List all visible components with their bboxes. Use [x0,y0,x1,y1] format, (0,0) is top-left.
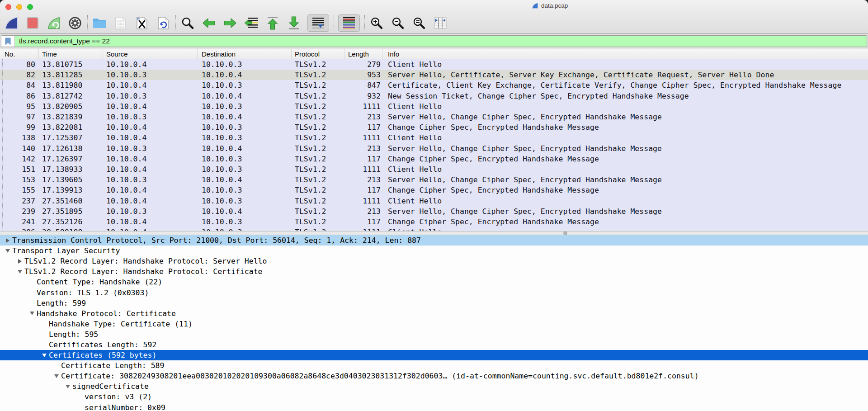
packet-row[interactable]: 80 13.810715 10.10.0.4 10.10.0.3 TLSv1.2… [0,59,868,70]
detail-row[interactable]: Certificate: 30820249308201eea0030201020… [0,371,868,381]
packet-protocol: TLSv1.2 [292,60,344,69]
column-header[interactable]: Length [344,49,382,59]
save-file-button[interactable]: 010100110101110 [113,14,128,32]
packet-time: 17.126138 [39,144,103,153]
packet-no: 140 [0,144,39,153]
detail-row[interactable]: Length: 599 [0,298,868,308]
restart-capture-button[interactable] [46,14,61,32]
expander-arrow-icon[interactable] [3,249,12,253]
close-window-button[interactable] [5,4,11,10]
start-capture-button[interactable] [4,14,19,32]
packet-row[interactable]: 286 28.588188 10.10.0.4 10.10.0.3 TLSv1.… [0,227,868,231]
packet-protocol: TLSv1.2 [292,165,344,174]
expander-arrow-icon[interactable] [3,238,12,243]
column-header[interactable]: Protocol [292,49,344,59]
column-header[interactable]: No. [0,49,39,59]
column-header[interactable]: Info [382,49,868,59]
packet-protocol: TLSv1.2 [292,102,344,111]
auto-scroll-toggle[interactable] [307,14,329,32]
packet-row[interactable]: 239 27.351895 10.10.0.3 10.10.0.4 TLSv1.… [0,206,868,217]
detail-row[interactable]: Handshake Protocol: Certificate [0,308,868,319]
packet-row[interactable]: 151 17.138933 10.10.0.4 10.10.0.3 TLSv1.… [0,164,868,175]
detail-row[interactable]: Transport Layer Security [0,246,868,256]
expander-arrow-icon[interactable] [15,270,24,274]
packet-row[interactable]: 140 17.126138 10.10.0.3 10.10.0.4 TLSv1.… [0,143,868,154]
packet-row[interactable]: 86 13.812742 10.10.0.3 10.10.0.4 TLSv1.2… [0,91,868,101]
detail-row-text: Transport Layer Security [12,246,120,255]
zoom-reset-button[interactable] [411,14,427,32]
packet-row[interactable]: 153 17.139605 10.10.0.3 10.10.0.4 TLSv1.… [0,175,868,185]
detail-row[interactable]: Transmission Control Protocol, Src Port:… [0,235,868,246]
packet-length: 1111 [344,228,382,231]
packet-length: 279 [344,60,382,69]
packet-length: 1111 [344,165,382,174]
detail-row[interactable]: Version: TLS 1.2 (0x0303) [0,287,868,298]
packet-row[interactable]: 82 13.811285 10.10.0.3 10.10.0.4 TLSv1.2… [0,70,868,80]
packet-time: 17.139605 [39,175,103,184]
packet-destination: 10.10.0.4 [198,113,292,121]
go-to-packet-button[interactable] [244,14,259,32]
packet-length: 932 [344,92,382,100]
detail-row[interactable]: serialNumber: 0x09 [0,402,868,411]
packet-row[interactable]: 237 27.351460 10.10.0.4 10.10.0.3 TLSv1.… [0,195,868,206]
packet-source: 10.10.0.3 [103,144,198,153]
pane-splitter[interactable] [0,231,868,235]
packet-length: 847 [344,81,382,90]
filter-bookmark-button[interactable] [1,36,15,47]
go-forward-button[interactable] [222,14,238,32]
detail-row[interactable]: Content Type: Handshake (22) [0,277,868,287]
expander-arrow-icon[interactable] [52,374,61,378]
zoom-out-button[interactable] [390,14,406,32]
packet-row[interactable]: 241 27.352126 10.10.0.4 10.10.0.3 TLSv1.… [0,217,868,227]
zoom-in-button[interactable] [369,14,384,32]
detail-row[interactable]: signedCertificate [0,381,868,392]
detail-row[interactable]: Handshake Type: Certificate (11) [0,319,868,329]
expander-arrow-icon[interactable] [39,354,49,357]
detail-row[interactable]: Certificates (592 bytes) [0,350,868,360]
zoom-reset-icon [413,17,425,29]
packet-source: 10.10.0.4 [103,133,198,142]
packet-info: Server Hello, Change Cipher Spec, Encryp… [382,144,868,153]
stop-capture-icon [26,17,39,29]
stop-capture-button[interactable] [25,14,40,32]
detail-row[interactable]: TLSv1.2 Record Layer: Handshake Protocol… [0,266,868,277]
packet-info: Change Cipher Spec, Encrypted Handshake … [382,217,868,226]
maximize-window-button[interactable] [27,4,33,10]
capture-options-button[interactable] [67,14,83,32]
detail-row[interactable]: TLSv1.2 Record Layer: Handshake Protocol… [0,256,868,266]
detail-row[interactable]: Length: 595 [0,329,868,340]
packet-no: 82 [0,71,39,79]
packet-no: 138 [0,133,39,142]
packet-row[interactable]: 97 13.821839 10.10.0.3 10.10.0.4 TLSv1.2… [0,112,868,122]
go-back-button[interactable] [201,14,217,32]
packet-row[interactable]: 142 17.126397 10.10.0.4 10.10.0.3 TLSv1.… [0,154,868,164]
minimize-window-button[interactable] [16,4,22,10]
expander-arrow-icon[interactable] [15,259,24,264]
close-file-button[interactable] [134,14,150,32]
expander-arrow-icon[interactable] [27,312,37,315]
expander-arrow-icon[interactable] [63,385,72,388]
packet-row[interactable]: 84 13.811980 10.10.0.4 10.10.0.3 TLSv1.2… [0,80,868,90]
open-file-button[interactable] [92,14,107,32]
packet-row[interactable]: 138 17.125307 10.10.0.4 10.10.0.3 TLSv1.… [0,132,868,143]
detail-row[interactable]: Certificate Length: 589 [0,360,868,371]
go-last-packet-button[interactable] [286,14,302,32]
detail-row[interactable]: Certificates Length: 592 [0,340,868,350]
display-filter-input[interactable]: tls.record.content_type == 22 [15,36,867,47]
column-header[interactable]: Time [39,49,103,59]
packet-time: 27.351460 [39,197,103,205]
resize-columns-button[interactable] [433,14,448,32]
find-packet-button[interactable] [180,14,195,32]
column-header[interactable]: Destination [198,49,292,59]
go-first-packet-button[interactable] [265,14,280,32]
packet-row[interactable]: 155 17.139913 10.10.0.4 10.10.0.3 TLSv1.… [0,185,868,195]
packet-row[interactable]: 99 13.822081 10.10.0.4 10.10.0.3 TLSv1.2… [0,122,868,132]
splitter-handle[interactable] [563,231,567,235]
reload-file-button[interactable] [156,14,171,32]
packet-info: Change Cipher Spec, Encrypted Handshake … [382,123,868,132]
colorize-packets-toggle[interactable] [338,14,360,32]
packet-length: 213 [344,207,382,216]
column-header[interactable]: Source [103,49,198,59]
detail-row[interactable]: version: v3 (2) [0,392,868,402]
packet-row[interactable]: 95 13.820905 10.10.0.4 10.10.0.3 TLSv1.2… [0,101,868,112]
